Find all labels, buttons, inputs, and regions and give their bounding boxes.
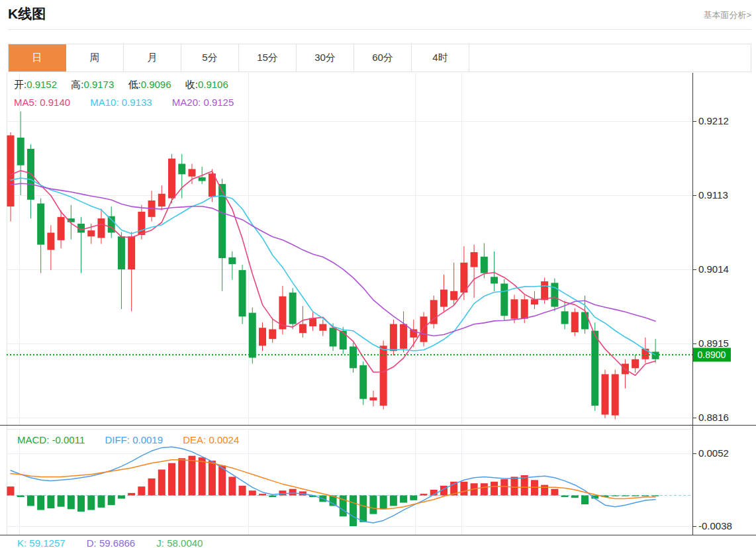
macd-value: -0.0011	[52, 434, 85, 445]
candle-body	[7, 135, 15, 206]
open-label: 开:	[14, 79, 26, 90]
candle-body	[541, 281, 548, 300]
axis-tick-label: -0.0038	[698, 520, 732, 531]
close-value: 0.9106	[198, 79, 228, 90]
candle-body	[259, 328, 266, 345]
d-pair: D: 59.6866	[87, 537, 135, 548]
ma5-value: 0.9140	[40, 97, 70, 108]
k-value: 59.1257	[29, 537, 65, 548]
candle-body	[178, 163, 185, 174]
macd-bar	[37, 496, 44, 510]
candle-body	[249, 313, 256, 358]
ma20-pair: MA20: 0.9125	[172, 97, 234, 108]
open-value: 0.9152	[26, 79, 57, 90]
open-pair: 开:0.9152	[14, 79, 57, 90]
candle-body	[158, 194, 165, 206]
macd-bar	[571, 496, 579, 498]
macd-bar	[249, 490, 256, 495]
macd-bar	[641, 496, 649, 496]
candle-body	[531, 299, 538, 304]
candle-body	[491, 277, 498, 283]
macd-bar	[561, 496, 569, 497]
macd-bar	[188, 456, 195, 496]
macd-bar	[400, 496, 407, 503]
macd-bar	[58, 496, 65, 507]
candle-body	[350, 347, 357, 369]
kdj-legend: K: 59.1257 D: 59.6866 J: 58.0040	[17, 537, 203, 548]
ma10-label: MA10:	[90, 97, 118, 108]
candle-body	[97, 218, 105, 238]
macd-bar	[380, 496, 387, 510]
candle-body	[269, 330, 276, 340]
ma5-pair: MA5: 0.9140	[14, 97, 70, 108]
macd-bar	[178, 458, 185, 495]
macd-bar	[158, 469, 165, 495]
candle-body	[632, 359, 639, 369]
candle-body	[330, 328, 337, 346]
k-pair: K: 59.1257	[17, 537, 66, 548]
macd-bar	[500, 479, 508, 495]
macd-bar	[551, 489, 558, 496]
axis-tick-label: 0.8816	[698, 412, 729, 423]
candle-body	[299, 324, 307, 334]
ma20-label: MA20:	[172, 97, 201, 108]
macd-bar	[581, 496, 589, 504]
indicator-line	[11, 447, 655, 523]
macd-bar	[279, 490, 286, 495]
macd-bar	[27, 496, 34, 506]
diff-label: DIFF:	[105, 434, 130, 445]
candle-body	[511, 299, 518, 318]
current-price-badge-label: 0.8900	[698, 349, 726, 360]
macd-bar	[410, 496, 417, 500]
candle-body	[581, 312, 589, 329]
axis-tick-label: 0.9212	[698, 115, 729, 126]
candle-body	[58, 217, 65, 240]
candle-body	[118, 236, 125, 269]
macd-bar	[128, 493, 135, 496]
dea-pair: DEA: 0.0024	[183, 434, 239, 445]
candle-body	[481, 257, 488, 273]
macd-bar	[491, 482, 498, 496]
axis-tick-label: 0.0052	[698, 447, 729, 459]
candle-body	[420, 316, 428, 342]
macd-bar	[47, 496, 54, 509]
high-label: 高:	[71, 79, 83, 90]
macd-bar	[289, 489, 297, 496]
candle-body	[27, 149, 34, 200]
macd-legend: MACD: -0.0011 DIFF: 0.0019 DEA: 0.0024	[17, 434, 239, 445]
candle-body	[440, 290, 448, 307]
close-label: 收:	[185, 79, 198, 90]
macd-bar	[350, 496, 357, 526]
macd-bar	[481, 483, 488, 495]
macd-bar	[652, 496, 659, 496]
macd-bar	[511, 477, 518, 495]
candle-body	[369, 397, 377, 400]
candle-body	[571, 312, 579, 332]
candle-body	[319, 324, 326, 331]
candle-body	[228, 257, 236, 264]
candle-body	[521, 299, 528, 318]
low-pair: 低:0.9096	[128, 79, 171, 90]
macd-bar	[108, 496, 115, 506]
macd-bar	[269, 496, 276, 497]
macd-bar	[17, 496, 24, 497]
macd-bar	[199, 457, 206, 495]
d-label: D:	[87, 537, 97, 548]
macd-bar	[68, 496, 75, 510]
macd-bar	[209, 461, 216, 496]
d-value: 59.6866	[99, 537, 135, 548]
macd-bar	[259, 494, 266, 495]
close-pair: 收:0.9106	[185, 79, 228, 90]
candle-body	[289, 293, 297, 324]
diff-value: 0.0019	[132, 434, 163, 445]
candle-body	[188, 169, 195, 176]
candle-body	[168, 159, 175, 199]
macd-bar	[138, 486, 145, 495]
candle-body	[359, 365, 367, 399]
candle-body	[500, 283, 508, 316]
candle-body	[87, 230, 95, 236]
dea-value: 0.0024	[209, 434, 239, 445]
dea-label: DEA:	[183, 434, 206, 445]
candle-body	[17, 138, 24, 165]
axis-tick-label: 0.8915	[698, 338, 729, 349]
